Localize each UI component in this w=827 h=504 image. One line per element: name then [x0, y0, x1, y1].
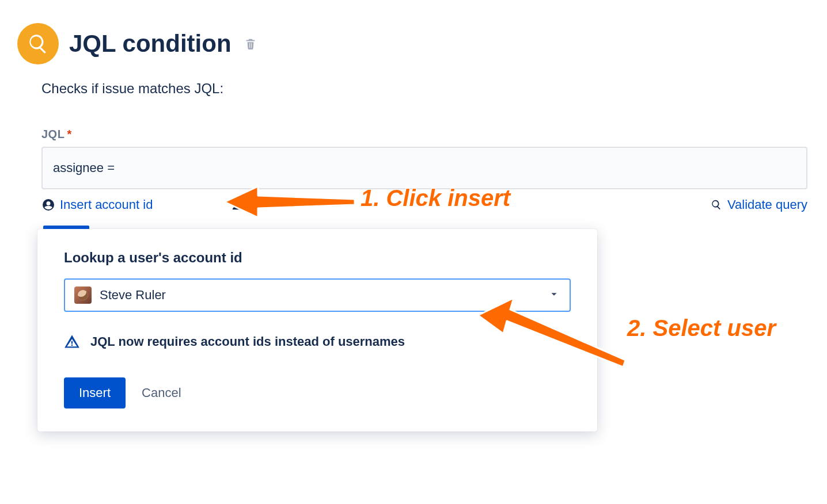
annotation-step2: 2. Select user	[627, 315, 776, 341]
user-select-dropdown[interactable]: Steve Ruler	[64, 278, 571, 312]
people-icon	[232, 198, 246, 211]
selected-user-name: Steve Ruler	[100, 288, 166, 303]
warning-triangle-icon	[64, 334, 80, 350]
trash-icon[interactable]	[244, 36, 257, 51]
required-marker: *	[67, 128, 71, 140]
jql-input[interactable]: assignee =	[41, 147, 807, 189]
jql-label-text: JQL	[41, 128, 65, 140]
subtitle-text: Checks if issue matches JQL:	[41, 81, 810, 97]
search-icon	[17, 23, 59, 64]
info-text: JQL now requires account ids instead of …	[90, 334, 405, 349]
validate-query-link[interactable]: Validate query	[710, 197, 807, 212]
avatar	[74, 287, 92, 304]
person-circle-icon	[41, 198, 55, 212]
validate-query-label: Validate query	[727, 197, 807, 212]
chevron-down-icon	[548, 288, 560, 303]
insert-account-id-label: Insert account id	[60, 197, 153, 212]
insert-account-id-link[interactable]: Insert account id	[41, 197, 153, 212]
search-small-icon	[710, 198, 723, 211]
popup-title: Lookup a user's account id	[64, 250, 571, 266]
jql-input-value: assignee =	[53, 161, 115, 175]
page-title: JQL condition	[69, 30, 232, 58]
lookup-user-popup: Lookup a user's account id Steve Ruler J…	[37, 229, 597, 432]
jql-field-label: JQL*	[41, 128, 807, 141]
cancel-button[interactable]: Cancel	[142, 385, 181, 400]
inactive-users-link[interactable]	[232, 198, 246, 211]
insert-button[interactable]: Insert	[64, 377, 126, 408]
